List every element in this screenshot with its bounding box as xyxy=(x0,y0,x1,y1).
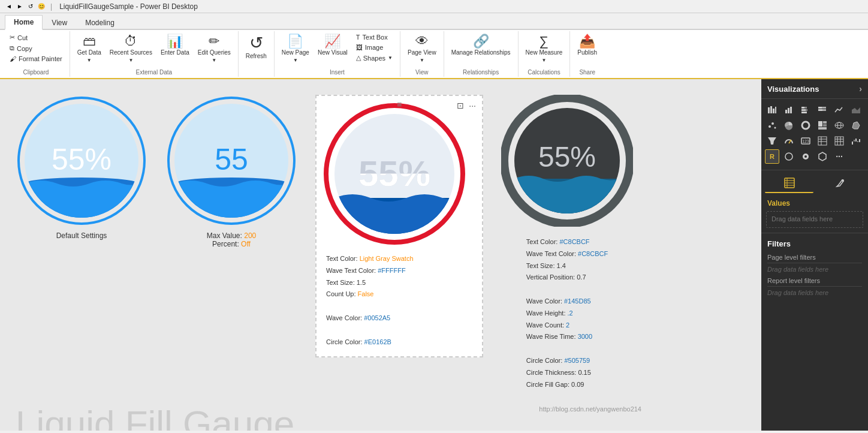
svg-marker-41 xyxy=(852,107,860,113)
viz-stacked-bar-icon[interactable] xyxy=(798,103,813,117)
copy-button[interactable]: ⧉ Copy xyxy=(6,43,66,53)
more-options-button[interactable]: ··· xyxy=(468,100,477,112)
new-visual-button[interactable]: 📈 New Visual xyxy=(314,32,351,59)
svg-point-45 xyxy=(802,122,809,129)
values-drop-zone[interactable]: Drag data fields here xyxy=(766,211,863,228)
viz-treemap-icon[interactable] xyxy=(815,118,830,133)
panel-expand-icon[interactable]: › xyxy=(859,84,862,94)
viz-funnel-icon[interactable] xyxy=(765,134,779,148)
svg-text:55%: 55% xyxy=(538,141,596,173)
viz-table-icon[interactable] xyxy=(815,134,830,148)
canvas-area[interactable]: 55% Default Settings 55 xyxy=(0,79,761,431)
viz-scatter-icon[interactable] xyxy=(765,118,779,133)
page-view-button[interactable]: 👁 Page View ▼ xyxy=(404,32,440,65)
svg-rect-71 xyxy=(859,139,860,142)
forward-icon[interactable]: ► xyxy=(16,2,24,11)
focus-mode-button[interactable]: ⊡ xyxy=(456,100,465,112)
viz-more-icon[interactable]: ··· xyxy=(832,149,846,164)
tab-fields[interactable] xyxy=(765,175,813,193)
gauges-row: 55% Default Settings 55 xyxy=(10,89,752,390)
tab-home[interactable]: Home xyxy=(5,15,43,30)
viz-card-icon[interactable]: 123 xyxy=(798,134,813,148)
share-items: 📤 Publish xyxy=(574,32,601,68)
text-box-button[interactable]: T Text Box xyxy=(352,32,396,42)
get-data-button[interactable]: 🗃 Get Data ▼ xyxy=(74,32,105,65)
viz-column-chart-icon[interactable] xyxy=(782,103,796,117)
image-button[interactable]: 🖼 Image xyxy=(352,43,396,52)
viz-custom-icon[interactable]: R xyxy=(765,149,779,164)
watermark: http://blog.csdn.net/yangwenbo214 xyxy=(539,405,641,413)
manage-relationships-button[interactable]: 🔗 Manage Relationships xyxy=(448,32,514,59)
svg-point-74 xyxy=(804,155,807,158)
svg-rect-25 xyxy=(768,107,770,113)
relationships-items: 🔗 Manage Relationships xyxy=(448,32,514,68)
ribbon-group-clipboard: ✂ Cut ⧉ Copy 🖌 Format Painter Clipboard xyxy=(2,31,70,77)
svg-rect-46 xyxy=(818,121,822,127)
viz-filled-map-icon[interactable] xyxy=(849,118,863,133)
main-area: 55% Default Settings 55 xyxy=(0,79,868,431)
titlebar: ◄ ► ↺ 😊 | LiquidFillGaugeSample - Power … xyxy=(0,0,868,13)
image-icon: 🖼 xyxy=(356,44,363,51)
page-filters-drop[interactable]: Drag data fields here xyxy=(767,263,862,275)
tab-modeling[interactable]: Modeling xyxy=(76,16,123,30)
recent-sources-button[interactable]: ⏱ Recent Sources ▼ xyxy=(106,32,156,65)
page-icon: 📄 xyxy=(287,35,303,48)
undo-icon[interactable]: ↺ xyxy=(26,2,35,11)
gauge-max-label: Max Value: 200 Percent: Off xyxy=(207,231,257,248)
svg-marker-53 xyxy=(852,122,860,129)
new-page-button[interactable]: 📄 New Page ▼ xyxy=(278,32,313,65)
clipboard-label: Clipboard xyxy=(6,68,66,76)
viz-area-chart-icon[interactable] xyxy=(849,103,863,117)
ribbon-group-view: 👁 Page View ▼ View xyxy=(400,31,444,77)
publish-button[interactable]: 📤 Publish xyxy=(574,32,601,59)
svg-rect-40 xyxy=(822,109,826,111)
shapes-button[interactable]: △ Shapes ▼ xyxy=(352,53,396,63)
viz-donut-icon[interactable] xyxy=(798,118,813,133)
gauge-default-label: Default Settings xyxy=(56,231,107,240)
svg-point-42 xyxy=(768,125,771,128)
report-filters-drop[interactable]: Drag data fields here xyxy=(767,287,862,299)
cut-button[interactable]: ✂ Cut xyxy=(6,32,66,43)
back-icon[interactable]: ◄ xyxy=(5,2,13,11)
panel-header: Visualizations › xyxy=(761,79,868,99)
gauge-red-container[interactable]: ≡ ⊡ ··· 55% 55% xyxy=(315,95,483,357)
viz-pie-chart-icon[interactable] xyxy=(782,118,796,133)
viz-gauge-icon[interactable] xyxy=(782,134,796,148)
gauge-dark: 55% Text Color: #C8CBCF Wave Text Color:… xyxy=(501,95,633,390)
relationships-icon: 🔗 xyxy=(473,35,489,48)
new-measure-button[interactable]: ∑ New Measure ▼ xyxy=(522,32,566,65)
view-label: View xyxy=(404,68,440,76)
enter-data-button[interactable]: 📊 Enter Data xyxy=(157,32,193,59)
viz-hex-icon[interactable] xyxy=(815,149,830,164)
titlebar-controls[interactable]: ◄ ► ↺ 😊 | xyxy=(5,2,55,11)
calculations-label: Calculations xyxy=(522,68,566,76)
tab-view[interactable]: View xyxy=(43,16,76,30)
viz-line-chart-icon[interactable] xyxy=(832,103,846,117)
viz-bar-chart-icon[interactable] xyxy=(765,103,779,117)
visual-toolbar[interactable]: ⊡ ··· xyxy=(456,100,477,112)
format-painter-button[interactable]: 🖌 Format Painter xyxy=(6,54,66,64)
viz-circle-icon[interactable] xyxy=(782,149,796,164)
gauge-max: 55 Max Value: 200 Percent: Off xyxy=(165,95,297,248)
clock-icon: ⏱ xyxy=(124,35,137,48)
svg-rect-27 xyxy=(773,109,774,113)
svg-point-72 xyxy=(785,153,792,160)
view-items: 👁 Page View ▼ xyxy=(404,32,440,68)
viz-matrix-icon[interactable] xyxy=(832,134,846,148)
viz-map-icon[interactable] xyxy=(832,118,846,133)
refresh-icon: ↺ xyxy=(249,35,263,52)
svg-rect-68 xyxy=(854,140,855,142)
viz-100-stacked-icon[interactable] xyxy=(815,103,830,117)
svg-rect-34 xyxy=(801,109,806,111)
tab-format[interactable] xyxy=(816,175,864,193)
svg-rect-58 xyxy=(818,137,827,145)
refresh-button[interactable]: ↺ Refresh xyxy=(242,32,270,62)
viz-python-icon[interactable] xyxy=(798,149,813,164)
svg-rect-29 xyxy=(785,110,787,113)
drag-handle[interactable]: ≡ xyxy=(397,100,402,109)
ribbon-group-external-data: 🗃 Get Data ▼ ⏱ Recent Sources ▼ 📊 Enter … xyxy=(70,31,239,77)
gauge-red-details: Text Color: Light Gray Swatch Wave Text … xyxy=(323,251,476,350)
report-filters-label: Report level filters xyxy=(767,275,862,287)
viz-waterfall-icon[interactable] xyxy=(849,134,863,148)
edit-queries-button[interactable]: ✏ Edit Queries ▼ xyxy=(194,32,234,65)
